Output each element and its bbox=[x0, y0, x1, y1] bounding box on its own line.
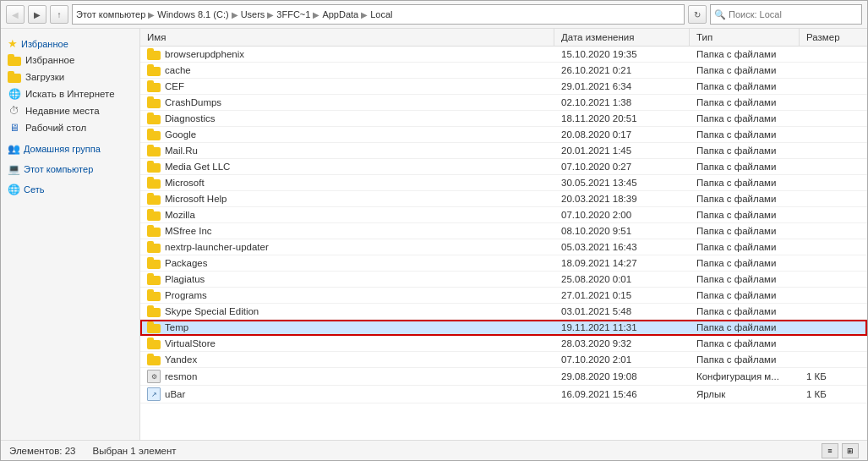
cell-name: Skype Special Edition bbox=[140, 304, 554, 319]
cell-date: 07.10.2020 2:01 bbox=[554, 352, 690, 367]
folder-icon bbox=[147, 225, 161, 237]
folder-icon bbox=[147, 161, 161, 173]
network-icon: 🌐 bbox=[8, 184, 20, 195]
table-row[interactable]: Microsoft Help 20.03.2021 18:39 Папка с … bbox=[140, 191, 867, 207]
cell-name: ⚙ resmon bbox=[140, 368, 554, 385]
view-details-button[interactable]: ≡ bbox=[822, 443, 838, 458]
cell-date: 03.01.2021 5:48 bbox=[554, 304, 690, 319]
table-row[interactable]: CEF 29.01.2021 6:34 Папка с файлами bbox=[140, 79, 867, 95]
table-row[interactable]: Packages 18.09.2021 14:27 Папка с файлам… bbox=[140, 255, 867, 272]
breadcrumb-local[interactable]: Local bbox=[370, 9, 392, 19]
statusbar: Элементов: 23 Выбран 1 элемент ≡ ⊞ bbox=[1, 440, 867, 460]
cell-name: Google bbox=[140, 127, 554, 142]
folder-icon bbox=[147, 64, 161, 76]
folder-icon bbox=[147, 145, 161, 156]
cell-type: Конфигурация м... bbox=[690, 368, 800, 385]
cell-size bbox=[800, 304, 867, 319]
cell-size: 1 КБ bbox=[800, 386, 867, 403]
cell-type: Папка с файлами bbox=[690, 239, 800, 255]
folder-icon bbox=[147, 289, 161, 301]
breadcrumb-computer[interactable]: Этот компьютер bbox=[76, 9, 145, 19]
breadcrumb-user[interactable]: 3FFC~1 bbox=[276, 9, 310, 19]
cell-date: 28.03.2020 9:32 bbox=[554, 336, 690, 351]
cell-name: cache bbox=[140, 63, 554, 78]
table-row[interactable]: Yandex 07.10.2020 2:01 Папка с файлами bbox=[140, 352, 867, 368]
shortcut-icon: ↗ bbox=[147, 387, 161, 401]
cell-size bbox=[800, 352, 867, 367]
table-row[interactable]: VirtualStore 28.03.2020 9:32 Папка с фай… bbox=[140, 336, 867, 352]
up-button[interactable]: ↑ bbox=[50, 5, 68, 24]
header-size[interactable]: Размер bbox=[800, 29, 867, 46]
sidebar-network-section: 🌐 Сеть bbox=[1, 180, 139, 197]
breadcrumb-drive[interactable]: Windows 8.1 (C:) bbox=[157, 9, 228, 19]
header-name[interactable]: Имя bbox=[140, 29, 554, 46]
cell-date: 07.10.2020 2:00 bbox=[554, 207, 690, 222]
table-row[interactable]: MSfree Inc 08.10.2020 9:51 Папка с файла… bbox=[140, 223, 867, 239]
sidebar-favorites-title[interactable]: ★ Избранное bbox=[1, 34, 139, 52]
computer-icon: 💻 bbox=[8, 163, 20, 175]
breadcrumb-users[interactable]: Users bbox=[241, 9, 265, 19]
cell-type: Ярлык bbox=[690, 386, 800, 403]
table-row[interactable]: Media Get LLC 07.10.2020 0:27 Папка с фа… bbox=[140, 159, 867, 175]
table-row[interactable]: Temp 19.11.2021 11:31 Папка с файлами bbox=[140, 320, 867, 336]
cell-type: Папка с файлами bbox=[690, 159, 800, 174]
table-row[interactable]: Mail.Ru 20.01.2021 1:45 Папка с файлами bbox=[140, 143, 867, 159]
config-icon: ⚙ bbox=[147, 370, 161, 383]
search-box[interactable]: 🔍 bbox=[710, 4, 862, 25]
table-row[interactable]: Diagnostics 18.11.2020 20:51 Папка с фай… bbox=[140, 111, 867, 127]
cell-date: 26.10.2021 0:21 bbox=[554, 63, 690, 78]
sidebar-homegroup-section: 👥 Домашняя группа bbox=[1, 140, 139, 156]
cell-date: 18.09.2021 14:27 bbox=[554, 255, 690, 271]
table-row[interactable]: ⚙ resmon 29.08.2020 19:08 Конфигурация м… bbox=[140, 368, 867, 386]
globe-icon: 🌐 bbox=[8, 87, 21, 101]
table-row[interactable]: CrashDumps 02.10.2021 1:38 Папка с файла… bbox=[140, 95, 867, 111]
search-icon: 🔍 bbox=[714, 9, 726, 20]
sidebar-item-search-web[interactable]: 🌐 Искать в Интернете bbox=[1, 85, 139, 102]
folder-icon bbox=[8, 53, 21, 67]
cell-size bbox=[800, 79, 867, 94]
sidebar-item-favorites[interactable]: Избранное bbox=[1, 52, 139, 69]
view-tiles-button[interactable]: ⊞ bbox=[842, 443, 859, 458]
cell-type: Папка с файлами bbox=[690, 47, 800, 62]
table-row[interactable]: nextrp-launcher-updater 05.03.2021 16:43… bbox=[140, 239, 867, 255]
table-row[interactable]: Programs 27.01.2021 0:15 Папка с файлами bbox=[140, 288, 867, 304]
cell-size bbox=[800, 127, 867, 142]
cell-name: MSfree Inc bbox=[140, 223, 554, 239]
sidebar-item-downloads[interactable]: Загрузки bbox=[1, 69, 139, 85]
table-row[interactable]: browserupdphenix 15.10.2020 19:35 Папка … bbox=[140, 47, 867, 63]
breadcrumb-appdata[interactable]: AppData bbox=[322, 9, 358, 19]
cell-size bbox=[800, 336, 867, 351]
table-row[interactable]: Microsoft 30.05.2021 13:45 Папка с файла… bbox=[140, 175, 867, 191]
table-row[interactable]: ↗ uBar 16.09.2021 15:46 Ярлык 1 КБ bbox=[140, 386, 867, 403]
sidebar-item-desktop[interactable]: 🖥 Рабочий стол bbox=[1, 119, 139, 136]
folder-icon bbox=[147, 273, 161, 285]
forward-button[interactable]: ▶ bbox=[28, 5, 46, 24]
cell-name: Mail.Ru bbox=[140, 143, 554, 158]
table-row[interactable]: Plagiatus 25.08.2020 0:01 Папка с файлам… bbox=[140, 272, 867, 288]
cell-type: Папка с файлами bbox=[690, 320, 800, 335]
back-button[interactable]: ◀ bbox=[6, 5, 25, 24]
folder-icon bbox=[147, 96, 161, 108]
refresh-button[interactable]: ↻ bbox=[688, 5, 707, 24]
cell-type: Папка с файлами bbox=[690, 143, 800, 158]
file-list[interactable]: Имя Дата изменения Тип Размер browserupd… bbox=[140, 29, 867, 440]
table-row[interactable]: Google 20.08.2020 0:17 Папка с файлами bbox=[140, 127, 867, 143]
sidebar-item-recent[interactable]: ⏱ Недавние места bbox=[1, 102, 139, 119]
sidebar-homegroup-title[interactable]: 👥 Домашняя группа bbox=[1, 140, 139, 156]
address-bar[interactable]: Этот компьютер ▶ Windows 8.1 (C:) ▶ User… bbox=[72, 4, 685, 25]
cell-date: 25.08.2020 0:01 bbox=[554, 272, 690, 287]
sidebar-network-title[interactable]: 🌐 Сеть bbox=[1, 180, 139, 197]
homegroup-icon: 👥 bbox=[8, 143, 20, 155]
search-input[interactable] bbox=[729, 9, 858, 19]
cell-name: nextrp-launcher-updater bbox=[140, 239, 554, 255]
header-date[interactable]: Дата изменения bbox=[554, 29, 690, 46]
table-row[interactable]: cache 26.10.2021 0:21 Папка с файлами bbox=[140, 63, 867, 79]
folder-icon bbox=[147, 338, 161, 349]
table-row[interactable]: Mozilla 07.10.2020 2:00 Папка с файлами bbox=[140, 207, 867, 223]
header-type[interactable]: Тип bbox=[690, 29, 800, 46]
cell-type: Папка с файлами bbox=[690, 288, 800, 303]
table-row[interactable]: Skype Special Edition 03.01.2021 5:48 Па… bbox=[140, 304, 867, 320]
sidebar-computer-title[interactable]: 💻 Этот компьютер bbox=[1, 160, 139, 177]
cell-size bbox=[800, 111, 867, 126]
folder-icon bbox=[147, 113, 161, 124]
